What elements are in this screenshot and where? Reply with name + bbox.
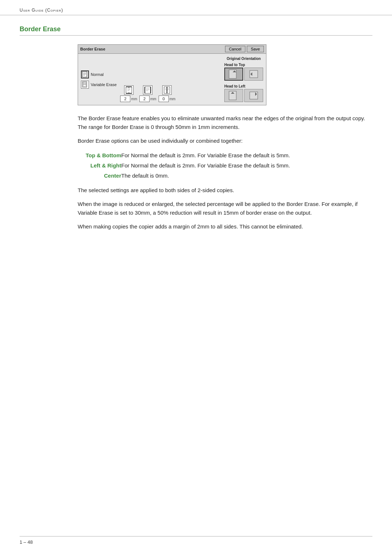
top-bottom-input-row: 2 mm (120, 96, 137, 102)
left-right-term: Left & Right (78, 161, 121, 171)
top-bottom-icon (124, 85, 134, 95)
left-right-icon (143, 85, 152, 95)
normal-mode-label: Normal (91, 72, 103, 77)
variable-mode-item[interactable]: Variable Erase (81, 81, 117, 89)
page-footer: 1 – 48 (20, 536, 372, 545)
center-input-group: 0 mm (159, 85, 176, 102)
header-title: User Guide (Copier) (20, 8, 63, 13)
panel-title: Border Erase (80, 47, 105, 51)
variable-mode-label: Variable Erase (91, 82, 117, 87)
svg-rect-38 (250, 92, 258, 99)
head-to-left-preview-2[interactable] (244, 89, 263, 102)
svg-rect-16 (145, 87, 151, 93)
center-row: Center The default is 0mm. (78, 171, 372, 181)
center-input-row: 0 mm (159, 96, 176, 102)
head-to-left-row: Head to Left (224, 84, 263, 102)
left-right-desc: For Normal the default is 2mm. For Varia… (121, 161, 372, 171)
head-to-top-row: Head to Top (224, 62, 263, 81)
head-to-top-label: Head to Top (224, 63, 263, 67)
normal-mode-icon (81, 70, 89, 78)
note1-text: The selected settings are applied to bot… (78, 186, 372, 195)
main-content: Border Erase Border Erase Cancel Save (0, 15, 392, 251)
page-header: User Guide (Copier) (0, 0, 392, 15)
top-bottom-value[interactable]: 2 (120, 96, 130, 102)
left-right-unit: mm (150, 97, 156, 101)
head-to-top-preview-selected[interactable] (224, 68, 243, 81)
top-bottom-term: Top & Bottom (78, 150, 121, 161)
numeric-inputs: 2 mm (120, 57, 175, 102)
orientation-title: Original Orientation (224, 57, 263, 61)
definitions-table: Top & Bottom For Normal the default is 2… (78, 150, 372, 181)
note2-text: When the image is reduced or enlarged, t… (78, 200, 372, 217)
left-right-input-group: 2 mm (139, 85, 156, 102)
head-to-left-preview-1[interactable] (224, 89, 243, 102)
ui-panel: Border Erase Cancel Save (78, 44, 266, 105)
variable-mode-icon (81, 81, 89, 89)
normal-mode-item[interactable]: Normal (81, 70, 117, 78)
svg-rect-0 (82, 72, 87, 77)
svg-rect-32 (229, 70, 236, 78)
panel-header: Border Erase Cancel Save (78, 45, 266, 54)
mode-selection: Normal Variable Erase (81, 57, 117, 102)
head-to-top-preview-alt[interactable] (244, 68, 263, 81)
center-icon (162, 85, 172, 95)
left-right-value[interactable]: 2 (139, 96, 150, 102)
options-intro-text: Border Erase options can be used individ… (78, 137, 372, 145)
center-unit: mm (170, 97, 176, 101)
note3-text: When making copies the copier adds a mar… (78, 222, 372, 231)
center-desc: The default is 0mm. (121, 171, 372, 181)
top-bottom-input-group: 2 mm (120, 85, 137, 102)
page-number: 1 – 48 (20, 539, 33, 545)
orientation-panel: Original Orientation Head to Top (224, 57, 263, 102)
save-button[interactable]: Save (247, 46, 264, 52)
center-term: Center (78, 171, 121, 181)
ui-panel-area: Border Erase Cancel Save (78, 44, 372, 105)
section-title: Border Erase (20, 25, 372, 36)
top-bottom-desc: For Normal the default is 2mm. For Varia… (121, 150, 372, 161)
intro-text: The Border Erase feature enables you to … (78, 114, 372, 131)
panel-body: Normal Variable Erase (78, 54, 266, 105)
panel-buttons: Cancel Save (225, 46, 264, 52)
left-right-input-row: 2 mm (139, 96, 156, 102)
center-value[interactable]: 0 (159, 96, 169, 102)
head-to-left-label: Head to Left (224, 84, 263, 88)
top-bottom-unit: mm (131, 97, 137, 101)
top-bottom-row: Top & Bottom For Normal the default is 2… (78, 150, 372, 161)
left-right-row: Left & Right For Normal the default is 2… (78, 161, 372, 171)
text-section: The Border Erase feature enables you to … (78, 114, 372, 231)
cancel-button[interactable]: Cancel (225, 46, 245, 52)
svg-rect-8 (126, 87, 132, 93)
